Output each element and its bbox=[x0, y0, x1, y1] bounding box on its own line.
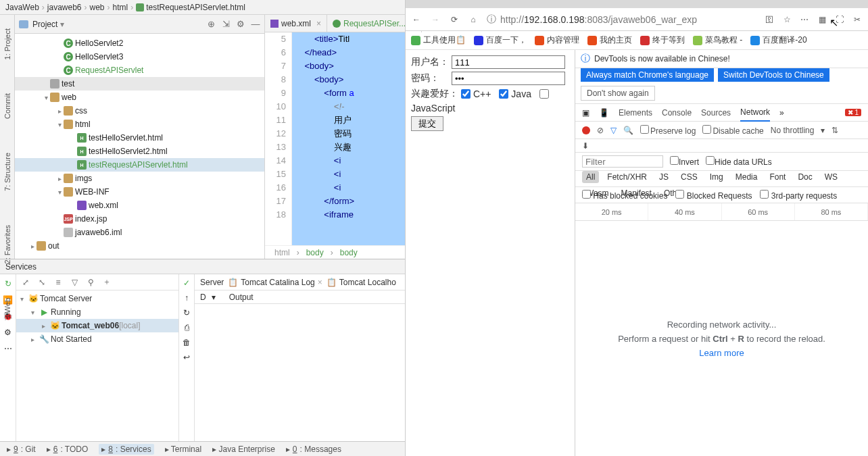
statusbar-git[interactable]: ▸ 9: Git bbox=[7, 445, 36, 454]
blocked-requests-checkbox[interactable]: Blocked Requests bbox=[675, 190, 752, 201]
tree-row[interactable]: ▸css bbox=[15, 104, 264, 118]
match-language-button[interactable]: Always match Chrome's language bbox=[581, 68, 714, 82]
breadcrumb-item[interactable]: testRequestAPIServlet.html bbox=[146, 3, 245, 12]
bookmark-item[interactable]: 百度一下， bbox=[474, 34, 527, 46]
help-icon[interactable]: ⋯ bbox=[3, 343, 14, 354]
close-icon[interactable]: × bbox=[318, 278, 322, 287]
type-filter-media[interactable]: Media bbox=[731, 171, 762, 183]
editor[interactable]: 56789101112131415161718 <title>Titl </he… bbox=[265, 32, 405, 245]
wifi-icon[interactable]: ⇅ bbox=[831, 126, 838, 135]
tab-web[interactable]: Web bbox=[3, 298, 11, 313]
statusbar-jee[interactable]: ▸ Java Enterprise bbox=[212, 445, 275, 454]
browser-tab-strip[interactable] bbox=[406, 0, 868, 8]
warning-badge[interactable]: ✖ 1 bbox=[845, 109, 861, 116]
inspect-icon[interactable]: ▣ bbox=[582, 108, 589, 118]
hide-data-urls-checkbox[interactable]: Hide data URLs bbox=[706, 156, 772, 167]
password-input[interactable] bbox=[452, 72, 565, 85]
bookmark-item[interactable]: 终于等到 bbox=[640, 34, 685, 46]
add-icon[interactable]: ＋ bbox=[101, 277, 112, 288]
services-tree-row[interactable]: ▾🐱Tomcat Server bbox=[16, 292, 178, 305]
tab-server[interactable]: Server bbox=[200, 278, 224, 287]
hide-icon[interactable]: — bbox=[251, 20, 260, 29]
star-icon[interactable]: ☆ bbox=[781, 14, 792, 25]
filter2-icon[interactable]: ⚲ bbox=[85, 277, 96, 288]
tab-elements[interactable]: Elements bbox=[619, 108, 652, 118]
download-icon[interactable]: ⬇ bbox=[582, 141, 589, 151]
submit-button[interactable]: 提交 bbox=[411, 116, 443, 131]
down-icon[interactable]: ↻ bbox=[183, 308, 190, 318]
tree-row[interactable]: ▾WEB-INF bbox=[15, 185, 264, 199]
editor-code[interactable]: <title>Titl </head> <body> <body> <form … bbox=[292, 32, 405, 245]
expand-all-icon[interactable]: ⇲ bbox=[221, 20, 231, 29]
editor-crumb[interactable]: body bbox=[340, 248, 358, 257]
expand-icon[interactable]: ⤢ bbox=[20, 277, 31, 288]
bookmark-item[interactable]: 工具使用📋 bbox=[411, 34, 466, 46]
services-tree-row[interactable]: ▾▶Running bbox=[16, 305, 178, 319]
device-toggle-icon[interactable]: 📱 bbox=[599, 108, 609, 118]
address-bar[interactable]: ⓘ http://192.168.0.198:8083/javaweb06_wa… bbox=[487, 14, 756, 26]
editor-crumb[interactable]: body bbox=[306, 248, 324, 257]
breadcrumb-item[interactable]: html bbox=[113, 3, 128, 12]
statusbar-services[interactable]: ▸ 8: Services bbox=[99, 444, 153, 455]
site-info-icon[interactable]: ⓘ bbox=[487, 14, 496, 26]
apps-icon[interactable]: ▦ bbox=[817, 14, 827, 25]
type-filter-css[interactable]: CSS bbox=[677, 171, 702, 183]
back-icon[interactable]: ← bbox=[411, 14, 422, 25]
preserve-log-checkbox[interactable]: Preserve log bbox=[640, 125, 696, 136]
chevron-down-icon[interactable]: ▾ bbox=[60, 20, 64, 29]
dismiss-banner-button[interactable]: Don't show again bbox=[581, 86, 655, 101]
project-tree[interactable]: CHelloServlet2CHelloServlet3CRequestAPIS… bbox=[15, 34, 264, 259]
tab-favorites[interactable]: 2: Favorites bbox=[3, 225, 11, 263]
services-tree-row[interactable]: ▸🔧Not Started bbox=[16, 332, 178, 346]
tree-row[interactable]: HtestHelloServlet.html bbox=[15, 131, 264, 145]
tab-localhost-log[interactable]: 📋Tomcat Localho bbox=[327, 278, 396, 287]
breadcrumb-item[interactable]: JavaWeb bbox=[5, 3, 39, 12]
tree-row[interactable]: javaweb6.iml bbox=[15, 226, 264, 239]
disable-cache-checkbox[interactable]: Disable cache bbox=[702, 125, 763, 136]
type-filter-fetch/xhr[interactable]: Fetch/XHR bbox=[603, 171, 651, 183]
filter-icon[interactable]: ▽ bbox=[69, 277, 80, 288]
bookmark-item[interactable]: 百度翻译-20 bbox=[750, 34, 806, 46]
forward-icon[interactable]: → bbox=[430, 14, 441, 25]
wrap-icon[interactable]: ↩ bbox=[183, 353, 190, 362]
tab-console[interactable]: Console bbox=[662, 108, 692, 118]
learn-more-link[interactable]: Learn more bbox=[699, 348, 744, 358]
tree-row[interactable]: HtestHelloServlet2.html bbox=[15, 145, 264, 158]
record-icon[interactable] bbox=[582, 126, 590, 134]
collapse-icon[interactable]: ⤡ bbox=[37, 277, 47, 288]
clear-icon[interactable]: ⊘ bbox=[597, 126, 604, 135]
editor-crumb[interactable]: html bbox=[274, 248, 290, 257]
tab-network[interactable]: Network bbox=[740, 104, 770, 122]
bookmark-item[interactable]: 我的主页 bbox=[587, 34, 632, 46]
invert-checkbox[interactable]: Invert bbox=[670, 156, 699, 167]
check-icon[interactable]: ✓ bbox=[183, 278, 190, 288]
blocked-cookies-checkbox[interactable]: Has blocked cookies bbox=[582, 190, 667, 201]
services-tree-row[interactable]: ▸🐱Tomcat_web06 [local] bbox=[16, 319, 178, 332]
rerun-icon[interactable]: ↻ bbox=[3, 278, 14, 289]
filter-toggle-icon[interactable]: ▽ bbox=[610, 126, 617, 135]
select-opened-file-icon[interactable]: ⊕ bbox=[206, 20, 216, 29]
tree-row[interactable]: CRequestAPIServlet bbox=[15, 64, 264, 77]
search-icon[interactable]: 🔍 bbox=[623, 126, 633, 135]
type-filter-doc[interactable]: Doc bbox=[794, 171, 816, 183]
checkbox-java[interactable] bbox=[499, 89, 508, 99]
statusbar-messages[interactable]: ▸ 0: Messages bbox=[286, 445, 341, 454]
reload-icon[interactable]: ⟳ bbox=[449, 14, 460, 25]
tab-commit[interactable]: Commit bbox=[3, 93, 11, 119]
tab-structure[interactable]: 7: Structure bbox=[3, 153, 11, 191]
tree-row[interactable]: HtestRequestAPIServlet.html bbox=[15, 158, 264, 172]
type-filter-ws[interactable]: WS bbox=[821, 171, 842, 183]
third-party-checkbox[interactable]: 3rd-party requests bbox=[760, 190, 837, 201]
chevron-down-icon[interactable]: ▾ bbox=[821, 126, 825, 135]
services-tree[interactable]: ▾🐱Tomcat Server▾▶Running▸🐱Tomcat_web06 [… bbox=[16, 290, 178, 441]
type-filter-all[interactable]: All bbox=[582, 171, 599, 183]
checkbox-js[interactable] bbox=[539, 89, 549, 99]
username-input[interactable] bbox=[452, 55, 565, 69]
breadcrumb-item[interactable]: javaweb6 bbox=[47, 3, 82, 12]
network-timeline[interactable]: 20 ms40 ms60 ms80 ms bbox=[575, 203, 868, 221]
trash-icon[interactable]: 🗑 bbox=[183, 338, 191, 347]
tree-row[interactable]: ▸out bbox=[15, 239, 264, 253]
tree-row[interactable]: test bbox=[15, 77, 264, 91]
more-icon[interactable]: ⋯ bbox=[799, 14, 810, 25]
tab-sources[interactable]: Sources bbox=[701, 108, 731, 118]
